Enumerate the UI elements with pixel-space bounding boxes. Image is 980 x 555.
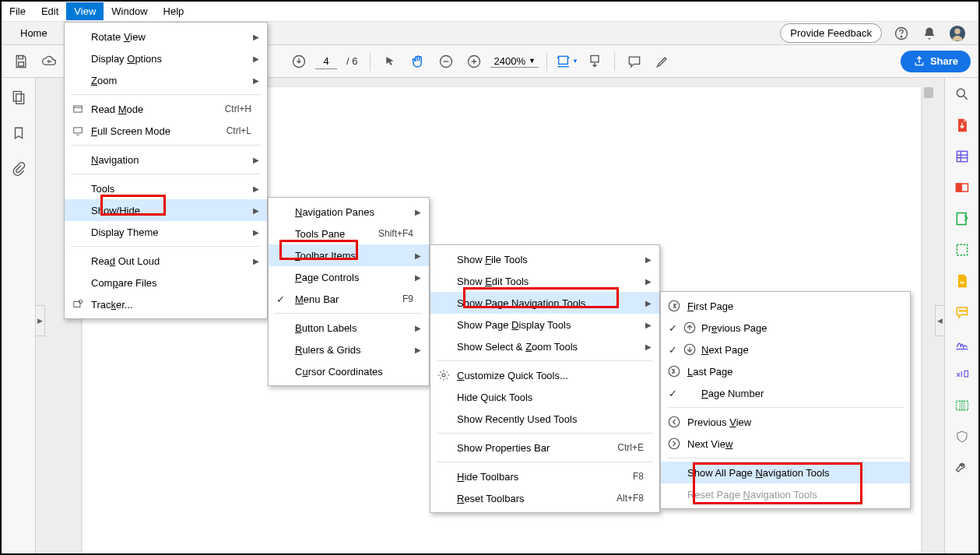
- menu-toolbar-items[interactable]: Toolbar Items▶: [269, 244, 429, 266]
- menu-show-all-page-nav-tools[interactable]: Show All Page Navigation Tools: [661, 462, 910, 483]
- menu-edit[interactable]: Edit: [33, 2, 66, 20]
- vertical-scrollbar[interactable]: [922, 87, 935, 544]
- cursor-icon[interactable]: [378, 50, 402, 73]
- download-icon[interactable]: [287, 50, 311, 73]
- menu-rotate-view[interactable]: Rotate View▶: [65, 26, 267, 47]
- menu-window[interactable]: Window: [104, 2, 155, 20]
- save-icon[interactable]: [9, 50, 33, 73]
- svg-rect-16: [957, 213, 966, 225]
- zoom-in-icon[interactable]: [462, 50, 486, 73]
- menu-help[interactable]: Help: [156, 2, 192, 20]
- menu-show-page-nav-tools[interactable]: Show Page Navigation Tools▶: [430, 292, 659, 314]
- expand-left-panel[interactable]: ▶: [36, 305, 45, 336]
- svg-rect-15: [956, 184, 961, 191]
- menu-view[interactable]: View: [66, 2, 104, 20]
- page-number-input[interactable]: [315, 54, 337, 69]
- combine-icon[interactable]: [954, 241, 971, 258]
- expand-right-panel[interactable]: ◀: [935, 305, 944, 336]
- menu-next-view[interactable]: Next View: [661, 433, 910, 455]
- more-tools-icon[interactable]: [954, 459, 971, 476]
- create-pdf-icon[interactable]: [954, 179, 971, 196]
- menu-hide-toolbars[interactable]: Hide ToolbarsF8: [430, 465, 659, 487]
- svg-rect-11: [16, 94, 23, 104]
- edit-pdf-icon[interactable]: [954, 148, 971, 165]
- svg-point-29: [442, 374, 445, 377]
- menu-rulers-grids[interactable]: Rulers & Grids▶: [269, 339, 429, 360]
- menu-previous-view[interactable]: Previous View: [661, 411, 910, 433]
- organize-icon[interactable]: [954, 272, 971, 290]
- fit-width-icon[interactable]: ▼: [555, 50, 578, 73]
- menu-zoom[interactable]: Zoom▶: [65, 69, 267, 91]
- menu-show-edit-tools[interactable]: Show Edit Tools▶: [430, 270, 659, 292]
- page-total-label: / 6: [342, 55, 362, 67]
- protect-icon[interactable]: [954, 397, 971, 414]
- menu-show-page-display-tools[interactable]: Show Page Display Tools▶: [430, 314, 659, 335]
- svg-point-12: [957, 89, 964, 97]
- menu-page-number[interactable]: ✓Page Number: [661, 382, 910, 404]
- attachment-icon[interactable]: [10, 160, 27, 177]
- menu-show-properties-bar[interactable]: Show Properties BarCtrl+E: [430, 437, 659, 458]
- export-pdf-icon[interactable]: [954, 117, 971, 134]
- svg-point-19: [962, 311, 964, 312]
- menu-tools[interactable]: Tools▶: [65, 177, 267, 199]
- toolbar-items-dropdown: Show File Tools▶ Show Edit Tools▶ Show P…: [430, 244, 660, 513]
- zoom-select[interactable]: 2400%▼: [490, 55, 538, 68]
- redact-icon[interactable]: xl: [954, 366, 971, 383]
- fullscreen-icon: [71, 124, 85, 138]
- help-icon[interactable]: [893, 25, 910, 42]
- sign-icon[interactable]: [954, 335, 971, 352]
- menu-last-page[interactable]: Last Page: [661, 360, 910, 382]
- avatar[interactable]: [949, 25, 966, 42]
- show-hide-dropdown: Navigation Panes▶ Tools PaneShift+F4 Too…: [268, 197, 430, 386]
- cloud-sync-icon[interactable]: [37, 50, 61, 73]
- menu-compare-files[interactable]: Compare Files: [65, 272, 267, 293]
- zoom-out-icon[interactable]: [434, 50, 458, 73]
- comment-tool-icon[interactable]: [954, 210, 971, 227]
- bell-icon[interactable]: [921, 25, 938, 42]
- menu-show-select-zoom-tools[interactable]: Show Select & Zoom Tools▶: [430, 335, 659, 357]
- menu-first-page[interactable]: First Page: [661, 295, 910, 317]
- thumbnails-icon[interactable]: [10, 89, 27, 106]
- menu-show-recent-tools[interactable]: Show Recently Used Tools: [430, 408, 659, 430]
- menu-hide-quick-tools[interactable]: Hide Quick Tools: [430, 386, 659, 408]
- menu-read-out-loud[interactable]: Read Out Loud▶: [65, 250, 267, 272]
- menu-tracker[interactable]: Tracker...: [65, 293, 267, 315]
- search-icon[interactable]: [954, 86, 971, 103]
- menu-tools-pane[interactable]: Tools PaneShift+F4: [269, 223, 429, 244]
- shield-icon[interactable]: [954, 428, 971, 445]
- share-button[interactable]: Share: [901, 51, 971, 72]
- chat-icon[interactable]: [954, 304, 971, 321]
- menu-reset-toolbars[interactable]: Reset ToolbarsAlt+F8: [430, 487, 659, 509]
- svg-rect-24: [959, 401, 964, 410]
- menu-customize-quick-tools[interactable]: Customize Quick Tools...: [430, 364, 659, 386]
- tab-home[interactable]: Home: [11, 23, 57, 44]
- bookmark-icon[interactable]: [10, 125, 27, 142]
- read-mode-icon: [71, 102, 85, 116]
- menu-navigation[interactable]: Navigation▶: [65, 149, 267, 170]
- menu-display-theme[interactable]: Display Theme▶: [65, 221, 267, 243]
- menu-show-hide[interactable]: Show/Hide▶: [65, 199, 267, 221]
- gear-icon: [437, 368, 451, 382]
- left-rail: [2, 78, 36, 553]
- menu-previous-page[interactable]: ✓Previous Page: [661, 317, 910, 339]
- highlight-icon[interactable]: [651, 50, 674, 73]
- page-display-icon[interactable]: [583, 50, 606, 73]
- comment-icon[interactable]: [623, 50, 646, 73]
- menu-fullscreen[interactable]: Full Screen ModeCtrl+L: [65, 120, 267, 142]
- menu-menu-bar[interactable]: ✓Menu BarF9: [269, 288, 429, 310]
- menu-page-controls[interactable]: Page Controls▶: [269, 266, 429, 288]
- provide-feedback-button[interactable]: Provide Feedback: [780, 23, 882, 43]
- svg-point-35: [669, 438, 680, 449]
- svg-rect-8: [559, 56, 568, 64]
- hand-icon[interactable]: [406, 50, 430, 73]
- menu-cursor-coordinates[interactable]: Cursor Coordinates: [269, 360, 429, 382]
- svg-point-1: [901, 36, 901, 37]
- svg-rect-9: [591, 55, 599, 61]
- menu-navigation-panes[interactable]: Navigation Panes▶: [269, 201, 429, 223]
- menu-show-file-tools[interactable]: Show File Tools▶: [430, 248, 659, 270]
- menu-button-labels[interactable]: Button Labels▶: [269, 317, 429, 339]
- menu-file[interactable]: File: [2, 2, 33, 20]
- menu-next-page[interactable]: ✓Next Page: [661, 339, 910, 360]
- menu-read-mode[interactable]: Read ModeCtrl+H: [65, 98, 267, 120]
- menu-display-options[interactable]: Display Options▶: [65, 47, 267, 69]
